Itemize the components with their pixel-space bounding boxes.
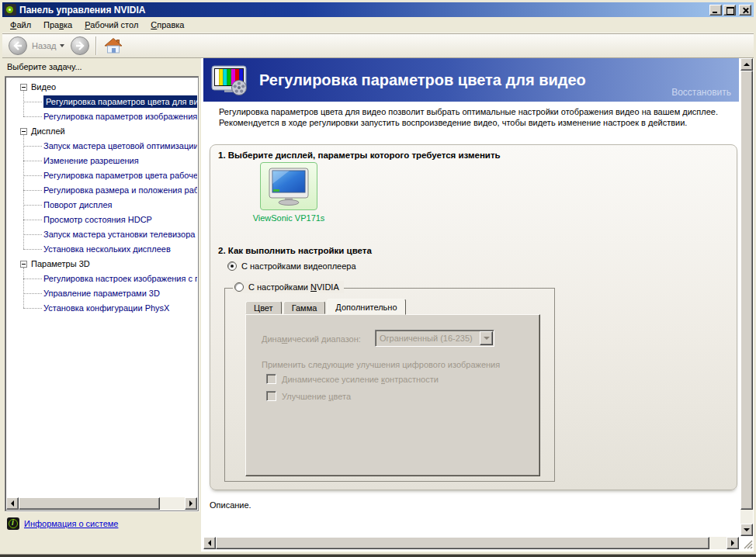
checkbox-icon [266, 391, 276, 401]
tab-color[interactable]: Цвет [245, 301, 282, 314]
checkbox-color-enhance-label: Улучшение цвета [282, 392, 351, 401]
tree-item-color-wizard[interactable]: Запуск мастера цветовой оптимизации [6, 139, 197, 154]
task-sidebar: Выберите задачу... Видео Регулировка пар… [2, 58, 201, 552]
horizontal-scrollbar[interactable] [203, 537, 739, 549]
tree-item-image-preview[interactable]: Регулировка настроек изображения с просм… [6, 272, 197, 286]
back-history-caret-icon[interactable] [60, 44, 64, 47]
tab-advanced[interactable]: Дополнительно [327, 299, 405, 315]
nvidia-app-icon [5, 4, 16, 16]
resize-grip[interactable] [740, 537, 753, 549]
home-icon [104, 37, 123, 54]
description-text: Описание. [210, 500, 251, 510]
scroll-down-icon[interactable] [740, 524, 753, 536]
collapse-icon[interactable] [20, 128, 27, 135]
menu-help[interactable]: Справка [144, 19, 190, 31]
tree-group-display: Дисплей Запуск мастера цветовой оптимиза… [6, 124, 197, 257]
checkbox-dynamic-contrast-label: Динамическое усиление контрастности [282, 375, 439, 384]
menu-desktop[interactable]: Рабочий стол [78, 19, 144, 31]
scroll-right-icon[interactable] [185, 497, 197, 510]
menu-bar: Файл Правка Рабочий стол Справка [2, 17, 754, 33]
intro-text: Регулировка параметров цвета для видео п… [219, 106, 737, 128]
settings-panel: 1. Выберите дисплей, параметры которого … [210, 144, 737, 490]
tree-item-display[interactable]: Дисплей [6, 124, 197, 139]
checkbox-color-enhance: Улучшение цвета [266, 391, 351, 401]
dynamic-range-dropdown: Ограниченный (16-235) [375, 330, 494, 347]
tree-horizontal-scrollbar[interactable] [6, 497, 197, 510]
display-tile[interactable] [260, 162, 317, 210]
tree-item-video-color[interactable]: Регулировка параметров цвета для видео [6, 95, 197, 109]
tree-item-manage-3d[interactable]: Управление параметрами 3D [6, 286, 197, 301]
restore-link[interactable]: Восстановить [671, 87, 731, 98]
system-info-link[interactable]: Информация о системе [24, 519, 118, 528]
back-label: Назад [32, 41, 57, 50]
close-button[interactable] [739, 5, 751, 16]
tab-gamma[interactable]: Гамма [283, 301, 326, 314]
radio-video-player-label: С настройками видеоплеера [241, 261, 356, 271]
page-banner: Регулировка параметров цвета для видео В… [203, 58, 739, 102]
radio-nvidia-label: С настройками NVIDIA [248, 282, 339, 292]
forward-arrow-icon [74, 40, 86, 52]
tree-item-desktop-size[interactable]: Регулировка размера и положения рабочего… [6, 183, 197, 198]
checkbox-icon [266, 374, 276, 384]
menu-file[interactable]: Файл [4, 19, 37, 31]
tree-item-video-image[interactable]: Регулировка параметров изображения для в… [6, 109, 197, 124]
menu-edit[interactable]: Правка [37, 19, 78, 31]
back-arrow-icon [12, 40, 24, 52]
scroll-left-icon[interactable] [203, 537, 216, 549]
tree-scrollbar-thumb[interactable] [19, 497, 160, 510]
collapse-icon[interactable] [20, 84, 27, 91]
tree-item-video[interactable]: Видео [6, 80, 197, 95]
back-button[interactable] [9, 36, 27, 55]
settings-tabs: Цвет Гамма Дополнительно [245, 299, 407, 314]
selected-tree-item: Регулировка параметров цвета для видео [43, 95, 197, 108]
task-tree: Видео Регулировка параметров цвета для в… [5, 76, 199, 511]
title-bar: Панель управления NVIDIA [2, 2, 754, 17]
tree-item-desktop-color[interactable]: Регулировка параметров цвета рабочего ст… [6, 168, 197, 183]
home-button[interactable] [102, 36, 124, 56]
toolbar-separator [95, 36, 96, 55]
collapse-icon[interactable] [20, 261, 27, 268]
radio-unselected-icon [234, 282, 244, 292]
display-name: ViewSonic VP171s [229, 213, 349, 223]
tree-item-rotation[interactable]: Поворот дисплея [6, 198, 197, 213]
scroll-right-icon[interactable] [727, 537, 739, 549]
dynamic-range-label: Динамический диапазон: [262, 334, 361, 344]
system-info-row: Информация о системе [7, 516, 118, 531]
minimize-button[interactable] [709, 5, 722, 16]
sidebar-header: Выберите задачу... [7, 62, 82, 71]
nvidia-settings-group: С настройками NVIDIA Цвет Гамма Дополнит… [224, 288, 555, 482]
scroll-up-icon[interactable] [740, 58, 753, 71]
video-color-icon [211, 64, 250, 96]
radio-video-player[interactable]: С настройками видеоплеера [227, 261, 356, 271]
radio-selected-icon [227, 261, 237, 271]
tree-item-tv-wizard[interactable]: Запуск мастера установки телевизора [6, 227, 197, 242]
section2-heading: 2. Как выполнить настройки цвета [218, 246, 372, 255]
advanced-tab-page: Динамический диапазон: Ограниченный (16-… [245, 314, 540, 476]
vertical-scrollbar-thumb[interactable] [740, 71, 753, 510]
monitor-icon [266, 167, 311, 206]
page-title: Регулировка параметров цвета для видео [259, 71, 586, 89]
vertical-scrollbar[interactable] [740, 58, 753, 536]
dropdown-value: Ограниченный (16-235) [376, 334, 479, 343]
main-content: Регулировка параметров цвета для видео В… [201, 58, 754, 552]
radio-nvidia-settings[interactable]: С настройками NVIDIA [233, 281, 344, 293]
maximize-button[interactable] [723, 5, 736, 16]
scroll-left-icon[interactable] [6, 497, 19, 510]
tree-item-physx[interactable]: Установка конфигурации PhysX [6, 301, 197, 316]
window-bottom-edge [0, 552, 756, 557]
tree-group-video: Видео Регулировка параметров цвета для в… [6, 80, 197, 124]
tree-item-multi-display[interactable]: Установка нескольких дисплеев [6, 242, 197, 257]
dropdown-arrow-icon [480, 331, 493, 345]
checkbox-dynamic-contrast: Динамическое усиление контрастности [266, 374, 439, 384]
section1-heading: 1. Выберите дисплей, параметры которого … [218, 150, 501, 160]
tree-item-resolution[interactable]: Изменение разрешения [6, 154, 197, 168]
tree-group-3d: Параметры 3D Регулировка настроек изобра… [6, 257, 197, 316]
system-info-icon [7, 517, 19, 530]
tree-item-hdcp[interactable]: Просмотр состояния HDCP [6, 213, 197, 227]
horizontal-scrollbar-thumb[interactable] [216, 537, 709, 549]
tree-item-3d-settings[interactable]: Параметры 3D [6, 257, 197, 272]
window-title: Панель управления NVIDIA [19, 5, 708, 16]
navigation-toolbar: Назад [2, 33, 754, 58]
enhancements-label: Применить следующие улучшения цифрового … [262, 360, 500, 369]
forward-button[interactable] [71, 36, 89, 55]
